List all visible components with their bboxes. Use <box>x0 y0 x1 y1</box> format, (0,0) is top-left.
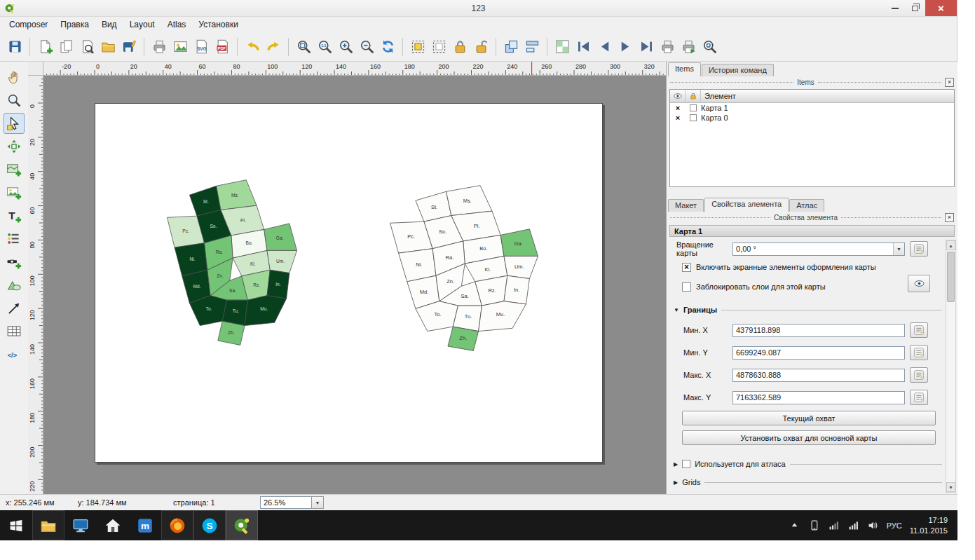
set-extent-to-main-map-button[interactable]: Установить охват для основной карты <box>682 430 936 445</box>
print-button[interactable] <box>149 36 170 57</box>
lock-selected-items-button[interactable] <box>449 36 470 57</box>
clock[interactable]: 17:19 11.01.2015 <box>910 515 948 535</box>
tray-network-button[interactable] <box>828 519 840 531</box>
atlas-section-header[interactable]: ▶ Используется для атласа <box>674 458 942 470</box>
zoom-out-button[interactable] <box>356 36 377 57</box>
new-composition-button[interactable] <box>34 36 55 57</box>
align-items-button[interactable] <box>521 36 543 57</box>
scrollbar-thumb[interactable] <box>947 252 955 302</box>
add-image-tool[interactable] <box>4 182 25 203</box>
panel-tab-item-properties[interactable]: Свойства элемента <box>704 198 789 212</box>
zoom-full-button[interactable] <box>293 36 314 57</box>
menu-view[interactable]: Вид <box>95 18 123 32</box>
item-row-map-0[interactable]: ×Карта 0 <box>670 113 954 123</box>
close-button[interactable]: × <box>925 0 957 16</box>
refresh-view-button[interactable] <box>377 36 398 57</box>
taskbar-qgis-button[interactable] <box>226 510 258 540</box>
add-arrow-tool[interactable] <box>4 298 25 319</box>
zoom-dropdown-arrow[interactable]: ▼ <box>312 496 324 509</box>
menu-edit[interactable]: Правка <box>54 18 95 32</box>
add-new-map-tool[interactable] <box>4 159 25 180</box>
scroll-down-button[interactable]: ▼ <box>946 482 955 492</box>
menu-layout[interactable]: Layout <box>123 18 161 32</box>
tray-tablet-mode-button[interactable] <box>808 519 820 531</box>
taskbar-firefox-button[interactable] <box>161 510 193 540</box>
extent-min-x-data-defined-button[interactable] <box>910 322 928 338</box>
redo-button[interactable] <box>263 36 284 57</box>
atlas-previous-feature-button[interactable] <box>594 36 615 57</box>
pan-composition-tool[interactable] <box>4 67 25 88</box>
menu-settings[interactable]: Установки <box>192 18 244 32</box>
export-atlas-button[interactable] <box>678 36 699 57</box>
map-rotation-dropdown-arrow[interactable]: ▼ <box>893 243 904 255</box>
tray-hidden-icons-button[interactable] <box>789 519 800 531</box>
atlas-preview-button[interactable] <box>552 36 573 57</box>
select-all-items-button[interactable] <box>407 36 428 57</box>
current-extent-button[interactable]: Текущий охват <box>682 411 936 425</box>
panel-tab-items[interactable]: Items <box>668 62 701 76</box>
deselect-all-items-button[interactable] <box>428 36 449 57</box>
extent-min-y-input[interactable]: 6699249.087 <box>732 346 905 360</box>
scroll-up-button[interactable]: ▲ <box>946 240 955 250</box>
export-as-pdf-button[interactable]: PDF <box>212 36 233 57</box>
set-layers-visibility-button[interactable] <box>908 275 930 292</box>
move-item-content-tool[interactable] <box>4 136 25 157</box>
menu-composer[interactable]: Composer <box>3 18 54 32</box>
extent-min-y-data-defined-button[interactable] <box>910 345 928 360</box>
unlock-all-items-button[interactable] <box>470 36 491 57</box>
export-as-svg-button[interactable]: SVG <box>191 36 212 57</box>
add-new-legend-tool[interactable] <box>4 228 25 250</box>
extent-max-y-input[interactable]: 7163362.589 <box>732 391 905 404</box>
panel-tab-composition[interactable]: Макет <box>668 199 704 212</box>
item-lock-checkbox[interactable] <box>686 114 701 121</box>
extent-max-x-data-defined-button[interactable] <box>910 367 928 383</box>
save-project-button[interactable] <box>4 36 25 57</box>
atlas-settings-button[interactable] <box>699 36 720 57</box>
items-panel-close-button[interactable]: × <box>945 78 954 87</box>
atlas-next-feature-button[interactable] <box>615 36 636 57</box>
tray-signal-button[interactable] <box>847 519 859 531</box>
add-new-scalebar-tool[interactable] <box>4 252 25 273</box>
composition-manager-button[interactable] <box>76 36 97 57</box>
item-visibility-checkbox[interactable]: × <box>670 114 686 122</box>
zoom-level-combo[interactable]: 26.5% ▼ <box>260 496 324 509</box>
properties-scrollbar[interactable]: ▲ ▼ <box>946 240 956 493</box>
extent-max-y-data-defined-button[interactable] <box>910 390 928 405</box>
item-visibility-checkbox[interactable]: × <box>670 104 686 112</box>
extent-max-x-input[interactable]: 4878630.888 <box>732 369 905 382</box>
extents-section-header[interactable]: ▼ Границы <box>674 304 942 315</box>
item-row-map-1[interactable]: ×Карта 1 <box>670 103 954 113</box>
select-move-item-tool[interactable] <box>4 113 25 134</box>
taskbar-home-button[interactable] <box>97 510 129 540</box>
zoom-in-button[interactable] <box>335 36 356 57</box>
taskbar-maxthon-button[interactable]: m <box>129 510 161 540</box>
taskbar-start-button[interactable] <box>0 510 32 540</box>
language-indicator[interactable]: РУС <box>887 521 902 530</box>
taskbar-lenovo-button[interactable] <box>64 510 97 540</box>
composition-page[interactable]: St.Ms.Pc.So.Pl.Bo.Ga.Ni.Ra.Kl.Um.Md.Zn.S… <box>95 103 603 463</box>
minimize-button[interactable] <box>885 0 905 16</box>
load-from-template-button[interactable] <box>97 36 118 57</box>
taskbar-skype-button[interactable]: S <box>193 510 226 540</box>
zoom-composition-tool[interactable] <box>4 90 25 111</box>
tray-volume-button[interactable] <box>867 519 879 531</box>
atlas-first-feature-button[interactable] <box>573 36 594 57</box>
map-item-karta-1[interactable]: St.Ms.Pc.So.Pl.Bo.Ga.Ni.Ra.Kl.Um.Md.Zn.S… <box>162 172 302 351</box>
controlled-by-atlas-checkbox[interactable] <box>682 460 690 468</box>
grids-section-header[interactable]: ▶ Grids <box>674 477 942 488</box>
zoom-actual-button[interactable]: 1:1 <box>314 36 335 57</box>
undo-button[interactable] <box>242 36 263 57</box>
properties-panel-close-button[interactable]: × <box>945 213 954 222</box>
panel-tab-atlas-generation[interactable]: Атлас <box>789 199 824 212</box>
save-as-template-button[interactable] <box>118 36 139 57</box>
add-attribute-table-tool[interactable] <box>4 321 25 342</box>
lock-layers-checkbox[interactable] <box>682 282 691 292</box>
duplicate-composition-button[interactable] <box>55 36 76 57</box>
add-html-frame-tool[interactable]: </> <box>4 344 25 365</box>
composition-canvas[interactable]: St.Ms.Pc.So.Pl.Bo.Ga.Ni.Ra.Kl.Um.Md.Zn.S… <box>43 76 666 494</box>
menu-atlas[interactable]: Atlas <box>161 18 193 32</box>
taskbar-file-explorer-button[interactable] <box>32 510 64 540</box>
atlas-last-feature-button[interactable] <box>636 36 657 57</box>
print-atlas-button[interactable] <box>657 36 678 57</box>
export-as-image-button[interactable] <box>170 36 191 57</box>
